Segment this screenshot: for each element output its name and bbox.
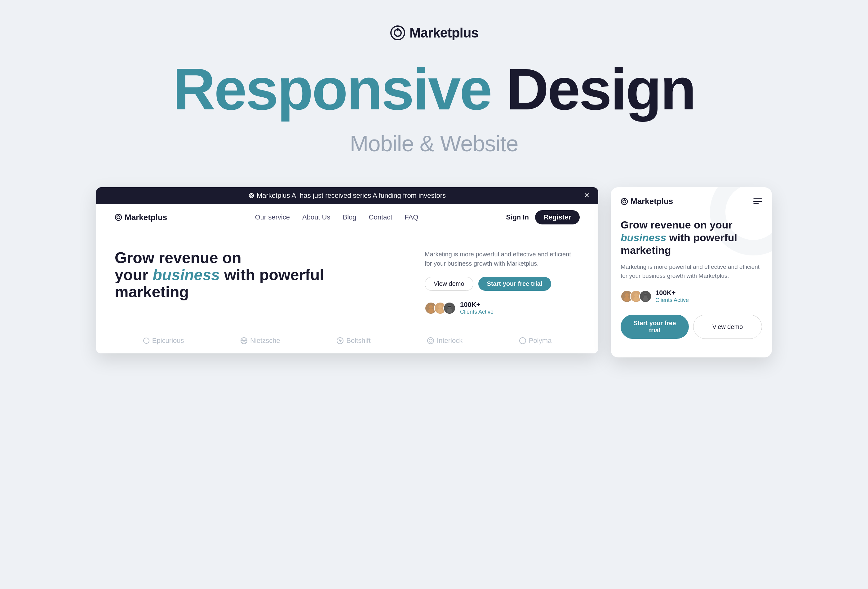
mobile-description: Marketing is more powerful and effective… <box>621 263 762 280</box>
mobile-cta-row: Start your free trial View demo <box>621 314 762 339</box>
mobile-brand-name: Marketplus <box>630 196 673 206</box>
epicurious-icon <box>143 337 150 344</box>
svg-point-0 <box>391 26 404 40</box>
mobile-trial-button[interactable]: Start your free trial <box>621 314 689 339</box>
desktop-mockup: Marketplus AI has just received series A… <box>96 187 598 353</box>
avatar-3 <box>443 302 456 314</box>
svg-rect-36 <box>644 294 647 295</box>
svg-point-10 <box>428 309 434 313</box>
view-demo-button[interactable]: View demo <box>425 277 473 291</box>
interlock-icon <box>427 337 434 344</box>
clients-row: 100K+ Clients Active <box>425 301 580 315</box>
hero-subtitle: Mobile & Website <box>350 131 518 156</box>
mobile-demo-button[interactable]: View demo <box>693 314 762 339</box>
svg-point-31 <box>624 297 630 301</box>
desktop-brand-icon <box>115 214 122 221</box>
desktop-brand: Marketplus <box>115 213 167 222</box>
nav-link-contact[interactable]: Contact <box>369 213 393 221</box>
svg-point-14 <box>447 309 452 313</box>
mobile-avatar-stack <box>621 290 652 303</box>
desktop-hero-right: Marketing is more powerful and effective… <box>425 249 580 315</box>
svg-point-9 <box>429 305 433 309</box>
logo-polyma: Polyma <box>519 337 552 345</box>
heading-italic: business <box>152 266 220 283</box>
logo-name-nietzsche: Nietzsche <box>250 337 280 345</box>
desktop-brand-name: Marketplus <box>125 213 167 222</box>
logo-epicurious: Epicurious <box>143 337 184 345</box>
logo-name-boltshift: Boltshift <box>346 337 371 345</box>
mobile-hero-heading: Grow revenue on your business with power… <box>621 218 762 256</box>
desktop-hero-description: Marketing is more powerful and effective… <box>425 249 580 268</box>
svg-point-26 <box>520 338 526 344</box>
top-brand-bar: Marketplus <box>390 25 478 41</box>
svg-point-35 <box>643 297 648 301</box>
logo-boltshift: Boltshift <box>337 337 371 345</box>
hero-word-responsive: Responsive <box>173 56 492 122</box>
desktop-navbar: Marketplus Our service About Us Blog Con… <box>96 204 598 231</box>
avatar-stack <box>425 302 456 314</box>
mobile-clients-info: 100K+ Clients Active <box>655 289 689 304</box>
mobile-brand-icon <box>621 198 628 205</box>
start-trial-button[interactable]: Start your free trial <box>478 277 551 291</box>
svg-point-5 <box>251 193 252 194</box>
mockups-container: Marketplus AI has just received series A… <box>31 187 837 357</box>
svg-marker-23 <box>338 338 342 343</box>
svg-point-25 <box>429 339 432 342</box>
logo-name-polyma: Polyma <box>529 337 552 345</box>
nav-link-blog[interactable]: Blog <box>342 213 356 221</box>
svg-point-3 <box>249 193 254 198</box>
mobile-hero-content: Grow revenue on your business with power… <box>611 213 772 348</box>
polyma-icon <box>519 337 526 344</box>
desktop-hero-left: Grow revenue on your business with power… <box>115 249 412 315</box>
mobile-clients-label: Clients Active <box>655 297 689 304</box>
nav-link-about[interactable]: About Us <box>302 213 331 221</box>
mobile-brand: Marketplus <box>621 196 673 206</box>
mobile-avatar-3 <box>639 290 652 303</box>
announcement-text: Marketplus AI has just received series A… <box>257 192 446 200</box>
clients-count: 100K+ <box>460 301 493 309</box>
svg-rect-15 <box>448 306 451 307</box>
signin-button[interactable]: Sign In <box>506 213 529 221</box>
svg-point-12 <box>437 309 443 313</box>
close-announcement-button[interactable]: ✕ <box>584 192 590 200</box>
logo-nietzsche: Nietzsche <box>240 337 280 345</box>
clients-label: Clients Active <box>460 309 493 315</box>
heading-line2: your <box>115 266 152 283</box>
mobile-clients-count: 100K+ <box>655 289 689 297</box>
mobile-clients-row: 100K+ Clients Active <box>621 289 762 304</box>
nav-link-faq[interactable]: FAQ <box>404 213 418 221</box>
announcement-icon <box>249 193 254 198</box>
svg-point-30 <box>625 293 629 297</box>
svg-point-33 <box>633 297 639 301</box>
desktop-hero-heading: Grow revenue on your business with power… <box>115 249 412 301</box>
svg-point-16 <box>143 338 149 344</box>
brand-icon <box>390 25 406 41</box>
heading-line3: with powerful <box>220 266 324 283</box>
heading-line4: marketing <box>115 283 189 301</box>
heading-line1: Grow revenue on <box>115 249 241 267</box>
nietzsche-icon <box>240 337 248 344</box>
hero-word-design: Design <box>506 56 695 122</box>
svg-point-29 <box>624 199 625 201</box>
desktop-nav-links: Our service About Us Blog Contact FAQ <box>255 213 418 221</box>
mobile-heading-italic: business <box>621 232 666 244</box>
svg-point-2 <box>397 28 399 31</box>
nav-link-service[interactable]: Our service <box>255 213 290 221</box>
mobile-mockup: Marketplus Grow revenue on your business… <box>611 187 772 357</box>
desktop-hero-buttons: View demo Start your free trial <box>425 277 580 291</box>
boltshift-icon <box>337 337 344 344</box>
logo-interlock: Interlock <box>427 337 462 345</box>
svg-point-8 <box>118 215 119 216</box>
announcement-bar: Marketplus AI has just received series A… <box>96 187 598 204</box>
clients-info: 100K+ Clients Active <box>460 301 493 315</box>
desktop-hero-section: Grow revenue on your business with power… <box>96 231 598 328</box>
logos-bar: Epicurious Nietzsche Boltshift <box>96 328 598 353</box>
mobile-heading-text1: Grow revenue on your <box>621 219 732 231</box>
register-button[interactable]: Register <box>535 210 580 224</box>
svg-point-24 <box>428 338 434 344</box>
logo-name-epicurious: Epicurious <box>152 337 184 345</box>
hero-title: Responsive Design <box>173 59 695 118</box>
brand-name: Marketplus <box>409 25 478 41</box>
svg-point-4 <box>250 195 252 197</box>
svg-point-11 <box>438 305 442 309</box>
